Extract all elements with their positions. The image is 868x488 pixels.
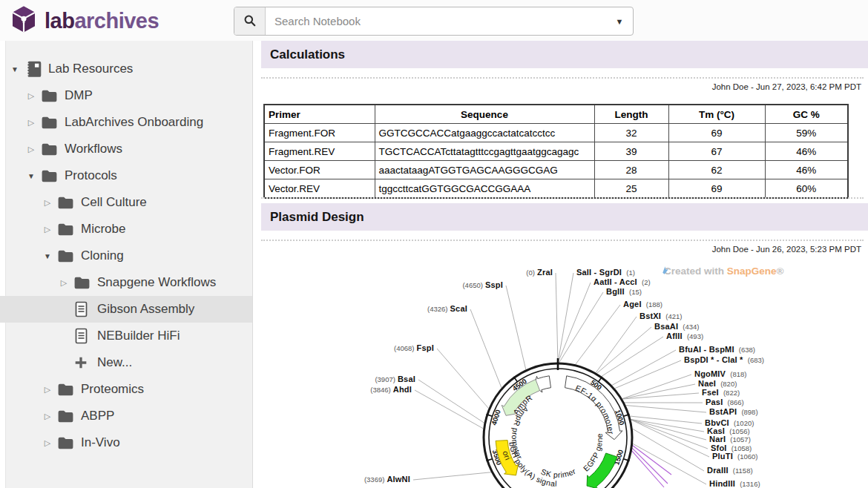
caret-collapsed-icon[interactable]: ▷ (22, 118, 40, 128)
primer-sequence: aaactataagATGGTGAGCAAGGGCGAG (375, 161, 594, 179)
enzyme-site-bfuai-bspmi: BfuAI - BspMI (638) (679, 345, 755, 355)
callout-line (413, 472, 491, 480)
enzyme-site-draiii: DraIII (1158) (707, 466, 753, 475)
search-button[interactable] (234, 7, 266, 35)
caret-collapsed-icon[interactable]: ▷ (55, 278, 73, 288)
enzyme-site-alwni: (3369) AlwNI (364, 475, 410, 484)
sidebar-item-nebuilder-hifi[interactable]: NEBuilder HiFi (0, 323, 252, 349)
enzyme-site-zrai: (0) ZraI (526, 268, 553, 277)
caret-expanded-icon[interactable]: ▼ (6, 65, 24, 73)
callout-line (615, 360, 681, 389)
sidebar-item-cell-culture[interactable]: ▷Cell Culture (0, 189, 252, 216)
labarchives-logo[interactable]: labarchives (9, 4, 159, 37)
enzyme-site-hindiii: HindIII (1316) (709, 479, 760, 488)
enzyme-site-sali-sgrdi: SalI - SgrDI (1) (576, 268, 635, 277)
folder-icon (56, 194, 79, 212)
plus-icon (73, 355, 95, 371)
sidebar-item-snapgene-workflows[interactable]: ▷Snapgene Workflows (0, 269, 252, 296)
caret-collapsed-icon[interactable]: ▷ (39, 198, 56, 208)
caret-collapsed-icon[interactable]: ▷ (39, 438, 56, 448)
primer-name: Vector.FOR (264, 161, 375, 179)
callout-line (470, 309, 502, 388)
sidebar-item-dmp[interactable]: ▷DMP (0, 82, 252, 109)
column-header: Sequence (375, 105, 594, 124)
sidebar-item-gibson-assembly[interactable]: Gibson Assembly (0, 296, 252, 323)
caret-collapsed-icon[interactable]: ▷ (39, 412, 56, 421)
sidebar-item-label: In-Vivo (81, 435, 120, 450)
sidebar-item-label: Cell Culture (81, 195, 147, 210)
sidebar-item-label: LabArchives Onboarding (65, 115, 203, 130)
callout-line (622, 384, 695, 399)
caret-collapsed-icon[interactable]: ▷ (22, 145, 40, 154)
entry-divider (261, 77, 864, 79)
enzyme-site-fspi: (4068) FspI (394, 343, 434, 353)
enzyme-site-pasi: PasI (866) (706, 398, 744, 407)
callout-line (626, 406, 706, 412)
search-options-dropdown[interactable]: ▼ (606, 7, 633, 35)
sidebar-item-in-vivo[interactable]: ▷In-Vivo (0, 429, 252, 456)
sidebar-item-label: Cloning (81, 248, 124, 263)
enzyme-site-scai: (4326) ScaI (427, 304, 467, 314)
primer-name: Fragment.FOR (264, 124, 375, 142)
logo-wordmark: labarchives (45, 9, 159, 33)
sidebar-item-new[interactable]: New... (0, 349, 252, 376)
sidebar-item-labarchives-onboarding[interactable]: ▷LabArchives Onboarding (0, 109, 252, 136)
enzyme-site-bsaai: BsaAI (434) (654, 322, 700, 332)
primer-value: 69 (668, 124, 765, 142)
sidebar-item-label: NEBuilder HiFi (97, 329, 180, 343)
search-input[interactable] (266, 7, 606, 35)
entry-meta: John Doe - Jun 26, 2023, 5:23 PM PDT (261, 245, 861, 254)
caret-expanded-icon[interactable]: ▼ (39, 252, 56, 260)
enzyme-site-bsai: (3907) BsaI (375, 375, 415, 384)
sidebar-item-workflows[interactable]: ▷Workflows (0, 136, 252, 162)
callout-line (556, 273, 558, 363)
enzyme-site-sspi: (4650) SspI (462, 280, 503, 290)
callout-line (418, 380, 484, 423)
plasmid-map: 50010001500350040004500AmpR promoterEF-1… (319, 260, 868, 488)
enzyme-site-ahdi: (3846) AhdI (370, 385, 412, 395)
primer-table: PrimerSequenceLengthTm (°C)GC % Fragment… (263, 104, 849, 199)
enzyme-site-aflii: AflII (493) (666, 332, 703, 341)
enzyme-site-bstapi: BstAPI (898) (709, 407, 758, 417)
entry-meta: John Doe - Jun 27, 2023, 6:42 PM PDT (261, 82, 861, 91)
caret-collapsed-icon[interactable]: ▷ (39, 385, 56, 395)
chevron-down-icon: ▼ (616, 17, 624, 26)
folder-icon (73, 274, 95, 292)
notebook-search: ▼ (234, 7, 634, 36)
sidebar-item-label: Proteomics (81, 382, 144, 397)
section-title: Plasmid Design (261, 210, 364, 225)
caret-expanded-icon[interactable]: ▼ (22, 172, 40, 180)
sidebar-item-label: Snapgene Workflows (97, 275, 216, 290)
primer-name: Vector.REV (264, 179, 375, 199)
doc-icon (73, 300, 95, 318)
primer-sequence: TGCTCACCATcttatagtttccgagttgaatggcagagc (375, 142, 594, 161)
feature-connector-line (631, 451, 664, 487)
sidebar-item-microbe[interactable]: ▷Microbe (0, 216, 252, 243)
sidebar-item-proteomics[interactable]: ▷Proteomics (0, 376, 252, 403)
notebook-icon (24, 59, 46, 79)
primer-sequence: GGTCGCCACCatgaaggccactatcatcctcc (375, 124, 594, 142)
notebook-tree: ▼Lab Resources▷DMP▷LabArchives Onboardin… (0, 56, 252, 456)
sidebar-item-cloning[interactable]: ▼Cloning (0, 243, 252, 269)
labarchives-app: labarchives ▼ ▼Lab Resources▷DMP▷LabArch… (0, 0, 868, 488)
sidebar-item-abpp[interactable]: ▷ABPP (0, 403, 252, 429)
plasmid-map-drawing: 50010001500350040004500AmpR promoterEF-1… (319, 260, 868, 488)
labarchives-cube-icon (9, 4, 39, 37)
sidebar-item-label: Protocols (65, 168, 117, 183)
caret-collapsed-icon[interactable]: ▷ (39, 225, 56, 234)
primer-value: 28 (594, 161, 668, 179)
enzyme-site-bspdi-clai: BspDI * - ClaI * (683) (684, 355, 764, 365)
primer-value: 67 (668, 142, 765, 161)
caret-collapsed-icon[interactable]: ▷ (22, 91, 40, 101)
sidebar-item-label: DMP (65, 88, 93, 103)
search-icon (243, 13, 257, 30)
primer-sequence: tggccttcatGGTGGCGACCGGAAA (375, 179, 594, 199)
callout-line (506, 286, 526, 369)
sidebar-item-lab-resources[interactable]: ▼Lab Resources (0, 56, 252, 82)
section-header-calculations: Calculations (261, 41, 868, 68)
sidebar-item-protocols[interactable]: ▼Protocols (0, 162, 252, 189)
page-content: Calculations John Doe - Jun 27, 2023, 6:… (253, 41, 868, 488)
enzyme-site-agei: AgeI (188) (623, 300, 662, 309)
ring-position-label: 4000 (490, 409, 502, 426)
column-header: Primer (264, 105, 375, 124)
